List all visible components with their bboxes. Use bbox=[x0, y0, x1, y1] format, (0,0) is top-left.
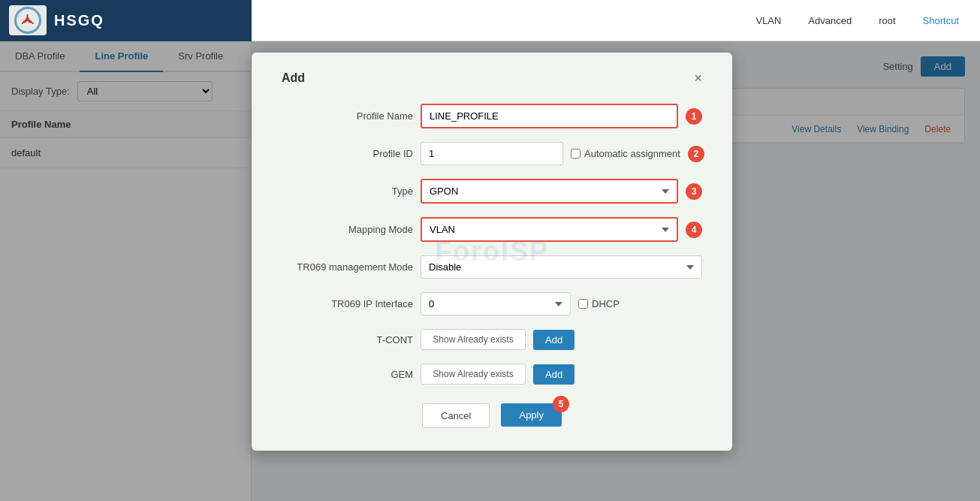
profile-name-input[interactable] bbox=[421, 104, 678, 128]
tr069-mode-label: TR069 management Mode bbox=[282, 261, 413, 273]
nav-shortcut[interactable]: Shortcut bbox=[917, 11, 965, 30]
type-select[interactable]: GPON EPON XGS-PON bbox=[421, 179, 678, 204]
type-label: Type bbox=[282, 186, 413, 197]
modal-footer: Cancel Apply 5 bbox=[282, 403, 702, 428]
nav-right: VLAN Advanced root Shortcut bbox=[734, 11, 980, 30]
cancel-button[interactable]: Cancel bbox=[422, 403, 490, 428]
logo-icon: 🟀 bbox=[9, 5, 47, 35]
logo-text: HSGQ bbox=[54, 12, 104, 29]
tr069-mode-row: TR069 management Mode Disable Enable bbox=[282, 255, 702, 279]
auto-assign-label: Automatic assignment bbox=[584, 148, 680, 159]
badge-3: 3 bbox=[686, 183, 702, 200]
profile-name-row: Profile Name 1 bbox=[282, 104, 702, 128]
dhcp-checkbox[interactable] bbox=[578, 299, 588, 309]
gem-label: GEM bbox=[282, 369, 413, 380]
badge-1: 1 bbox=[686, 108, 702, 125]
auto-assign-checkbox-label: Automatic assignment bbox=[571, 148, 680, 159]
tr069-ip-select[interactable]: 0 1 2 bbox=[421, 292, 571, 315]
tcont-add-button[interactable]: Add bbox=[533, 330, 574, 350]
gem-row: GEM Show Already exists Add bbox=[282, 364, 702, 385]
top-nav: 🟀 HSGQ VLAN Advanced root Shortcut bbox=[0, 0, 980, 41]
type-row: Type GPON EPON XGS-PON 3 bbox=[282, 179, 702, 204]
modal-title: Add bbox=[282, 71, 305, 85]
main-area: DBA Profile Line Profile Srv Profile Dis… bbox=[0, 41, 980, 501]
modal-header: Add × bbox=[282, 71, 702, 85]
badge-5: 5 bbox=[553, 396, 569, 412]
mapping-mode-label: Mapping Mode bbox=[282, 224, 413, 235]
nav-root[interactable]: root bbox=[873, 11, 901, 30]
tcont-row: T-CONT Show Already exists Add bbox=[282, 329, 702, 350]
logo-area: 🟀 HSGQ bbox=[0, 0, 252, 41]
badge-4: 4 bbox=[686, 222, 702, 238]
modal-add: Add × Profile Name 1 Profile ID Automati… bbox=[252, 53, 732, 451]
profile-id-input[interactable] bbox=[421, 142, 563, 165]
nav-vlan[interactable]: VLAN bbox=[749, 11, 787, 30]
gem-add-button[interactable]: Add bbox=[533, 364, 574, 385]
tcont-show-button[interactable]: Show Already exists bbox=[421, 329, 526, 350]
tcont-label: T-CONT bbox=[282, 334, 413, 346]
profile-id-label: Profile ID bbox=[282, 148, 413, 159]
tr069-mode-select[interactable]: Disable Enable bbox=[421, 255, 702, 279]
dhcp-label: DHCP bbox=[592, 298, 620, 309]
auto-assign-checkbox[interactable] bbox=[571, 149, 580, 158]
mapping-mode-select[interactable]: VLAN GEM TLS bbox=[421, 217, 678, 242]
profile-name-label: Profile Name bbox=[282, 110, 413, 122]
mapping-mode-row: Mapping Mode VLAN GEM TLS 4 bbox=[282, 217, 702, 242]
tr069-ip-label: TR069 IP Interface bbox=[282, 298, 413, 309]
gem-show-button[interactable]: Show Already exists bbox=[421, 364, 526, 385]
badge-2: 2 bbox=[688, 146, 704, 162]
profile-id-row: Profile ID Automatic assignment 2 bbox=[282, 142, 702, 165]
tr069-ip-row: TR069 IP Interface 0 1 2 DHCP bbox=[282, 292, 702, 315]
modal-close-button[interactable]: × bbox=[694, 71, 702, 85]
nav-advanced[interactable]: Advanced bbox=[802, 11, 858, 30]
dhcp-checkbox-label: DHCP bbox=[578, 298, 620, 309]
